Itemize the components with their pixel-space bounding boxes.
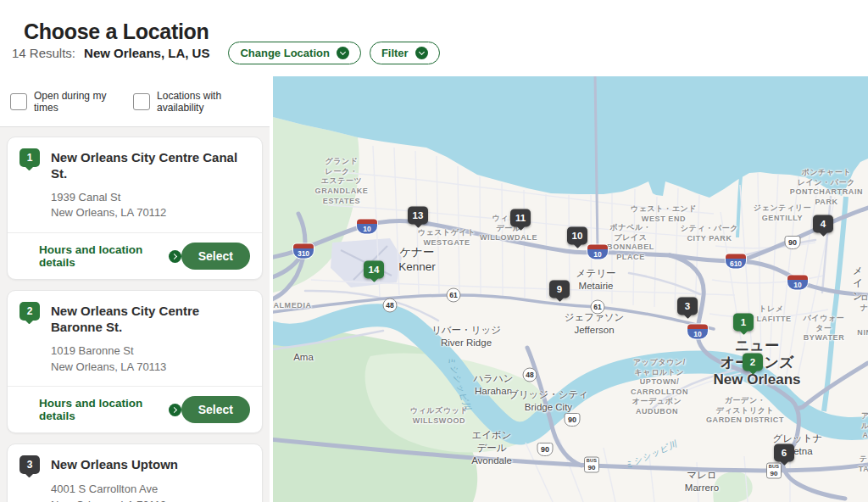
route-shield: BUS90 bbox=[766, 463, 782, 479]
map-marker-2[interactable]: 2 bbox=[743, 353, 763, 371]
map-label: ロ ナ bbox=[860, 293, 868, 313]
filter-row: Open during my times Locations with avai… bbox=[0, 76, 270, 127]
map-label: ケナー Kenner bbox=[398, 246, 436, 275]
map-label: オーデュボン AUDUBON bbox=[632, 397, 682, 416]
map-marker-3[interactable]: 3 bbox=[677, 297, 698, 315]
hours-details-link[interactable]: Hours and location details bbox=[39, 243, 181, 269]
map-marker-6[interactable]: 6 bbox=[774, 443, 794, 461]
location-card-body: 2New Orleans City Centre Baronne St.1019… bbox=[8, 291, 262, 386]
map-label: シティ・パーク CITY PARK bbox=[681, 224, 738, 243]
open-during-checkbox-group[interactable]: Open during my times bbox=[10, 90, 123, 114]
select-location-button[interactable]: Select bbox=[181, 243, 250, 270]
route-shield: 10 bbox=[587, 245, 608, 259]
map-marker-11[interactable]: 11 bbox=[510, 209, 531, 226]
route-shield: 48 bbox=[383, 298, 398, 313]
address-line-1: 1019 Baronne St bbox=[51, 343, 250, 360]
map-label: マレロ Marrero bbox=[685, 469, 719, 494]
map-label: ハラハン Harahan bbox=[473, 372, 513, 398]
map-label: メテリー Metairie bbox=[576, 267, 616, 293]
filter-label: Filter bbox=[381, 47, 409, 59]
chevron-down-icon bbox=[337, 47, 349, 59]
location-name: New Orleans Uptown bbox=[51, 455, 178, 473]
map-label: ガーデン・ ディストリクト GARDEN DISTRICT bbox=[706, 396, 784, 426]
route-shield: 310 bbox=[293, 244, 314, 259]
results-location: New Orleans, LA, US bbox=[84, 46, 209, 60]
select-location-button[interactable]: Select bbox=[181, 396, 250, 423]
route-shield: 61 bbox=[591, 300, 605, 315]
map-marker-13[interactable]: 13 bbox=[408, 206, 428, 224]
map-marker-9[interactable]: 9 bbox=[549, 280, 570, 298]
location-number-badge: 1 bbox=[19, 148, 40, 167]
address-line-2: New Orleans, LA 70112 bbox=[51, 205, 250, 221]
map-label: Ama bbox=[293, 351, 314, 364]
open-during-checkbox[interactable] bbox=[10, 93, 27, 110]
location-cards-list: 1New Orleans City Centre Canal St.1939 C… bbox=[0, 127, 270, 502]
address-line-1: 1939 Canal St bbox=[51, 190, 250, 206]
map-label: ポンチャート レイン・パーク PONTCHARTRAIN PARK bbox=[790, 168, 863, 208]
hours-details-label: Hours and location details bbox=[39, 397, 163, 422]
map-label: NIN bbox=[857, 328, 868, 338]
map-label: ウェスト・エンド WEST END bbox=[631, 204, 697, 224]
location-card-head: 1New Orleans City Centre Canal St. bbox=[19, 148, 250, 182]
location-card-head: 2New Orleans City Centre Baronne St. bbox=[19, 301, 250, 336]
location-card: 1New Orleans City Centre Canal St.1939 C… bbox=[7, 137, 263, 280]
map-marker-4[interactable]: 4 bbox=[813, 215, 833, 232]
availability-checkbox[interactable] bbox=[133, 93, 150, 110]
location-card-body: 1New Orleans City Centre Canal St.1939 C… bbox=[8, 137, 262, 232]
location-number-badge: 3 bbox=[19, 455, 40, 474]
location-name: New Orleans City Centre Canal St. bbox=[51, 148, 250, 182]
map-label: ボナベル・ プレイス BONNABEL PLACE bbox=[607, 223, 654, 263]
map-label: バイウォーター BYWATER bbox=[802, 314, 846, 343]
map-label: テ TA bbox=[859, 455, 868, 474]
results-count: 14 Results: bbox=[12, 46, 75, 60]
availability-checkbox-group[interactable]: Locations with availability bbox=[133, 90, 259, 114]
map[interactable]: グランド レーク・ エステーツ GRANDLAKE ESTATESウェストゲイト… bbox=[273, 76, 868, 502]
map-label: グランド レーク・ エステーツ GRANDLAKE ESTATES bbox=[315, 157, 369, 206]
chevron-right-icon bbox=[169, 250, 181, 263]
hours-details-label: Hours and location details bbox=[39, 243, 163, 269]
route-shield: 10 bbox=[687, 325, 708, 339]
address-line-1: 4001 S Carrollton Ave bbox=[51, 482, 250, 498]
address-line-2: New Orleans, LA 70119 bbox=[51, 498, 250, 502]
route-shield: 10 bbox=[357, 220, 377, 234]
route-shield: 48 bbox=[523, 368, 537, 382]
route-shield: 61 bbox=[447, 288, 461, 303]
open-during-label: Open during my times bbox=[34, 90, 123, 114]
map-marker-10[interactable]: 10 bbox=[567, 226, 587, 244]
change-location-button[interactable]: Change Location bbox=[228, 42, 360, 64]
location-address: 1019 Baronne StNew Orleans, LA 70113 bbox=[51, 343, 250, 376]
route-shield: 90 bbox=[565, 413, 581, 427]
route-shield: 10 bbox=[787, 276, 808, 290]
chevron-right-icon bbox=[169, 404, 181, 416]
location-card: 3New Orleans Uptown4001 S Carrollton Ave… bbox=[7, 443, 263, 502]
map-label: アル A bbox=[861, 411, 868, 441]
map-label: ウィルズウッド WILLSWOOD bbox=[410, 406, 469, 426]
location-address: 4001 S Carrollton AveNew Orleans, LA 701… bbox=[51, 482, 250, 502]
location-card-footer: Hours and location detailsSelect bbox=[8, 232, 262, 279]
location-card: 2New Orleans City Centre Baronne St.1019… bbox=[7, 290, 263, 433]
map-label: エイボン デール Avondale bbox=[471, 429, 512, 467]
location-address: 1939 Canal StNew Orleans, LA 70112 bbox=[51, 190, 250, 222]
location-card-footer: Hours and location detailsSelect bbox=[8, 386, 262, 432]
results-bar: 14 Results: New Orleans, LA, US Change L… bbox=[12, 39, 440, 66]
location-name: New Orleans City Centre Baronne St. bbox=[51, 301, 250, 336]
map-marker-1[interactable]: 1 bbox=[733, 313, 754, 331]
map-label: トレメ / LAFITTE bbox=[751, 304, 791, 324]
chevron-down-icon bbox=[415, 47, 428, 59]
change-location-label: Change Location bbox=[240, 47, 329, 59]
filter-button[interactable]: Filter bbox=[370, 42, 440, 64]
location-card-head: 3New Orleans Uptown bbox=[19, 455, 250, 474]
availability-label: Locations with availability bbox=[157, 90, 259, 114]
location-number-badge: 2 bbox=[19, 302, 40, 321]
route-shield: BUS90 bbox=[584, 457, 599, 473]
route-shield: 90 bbox=[537, 443, 554, 456]
address-line-2: New Orleans, LA 70113 bbox=[51, 360, 250, 376]
hours-details-link[interactable]: Hours and location details bbox=[39, 397, 181, 422]
map-label: ジェファソン Jefferson bbox=[565, 311, 625, 337]
location-list-panel: Open during my times Locations with avai… bbox=[0, 76, 270, 502]
map-marker-14[interactable]: 14 bbox=[364, 260, 384, 278]
route-shield: 90 bbox=[785, 236, 801, 249]
map-label: アップタウン/ キャロルトン UPTOWN/ CARROLLTON bbox=[631, 358, 688, 398]
map-label: リバー・リッジ River Ridge bbox=[431, 324, 501, 349]
route-shield: 610 bbox=[726, 254, 746, 269]
